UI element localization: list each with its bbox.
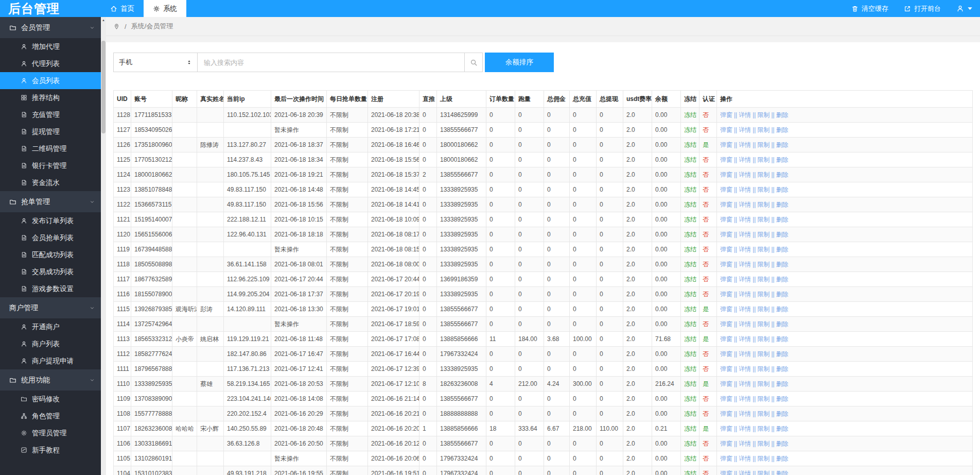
sidebar-item-password-change[interactable]: 密码修改 <box>0 391 101 408</box>
sidebar-item-merchant-list[interactable]: 商户列表 <box>0 335 101 352</box>
op-detail-link[interactable]: 详情 <box>739 291 751 298</box>
freeze-link[interactable]: 冻结 <box>684 276 696 283</box>
freeze-link[interactable]: 冻结 <box>684 261 696 268</box>
freeze-link[interactable]: 冻结 <box>684 335 696 343</box>
freeze-link[interactable]: 冻结 <box>684 186 696 193</box>
op-delete-link[interactable]: 删除 <box>776 350 789 358</box>
op-limit-link[interactable]: 限制 <box>757 261 769 268</box>
op-detail-link[interactable]: 详情 <box>739 171 751 178</box>
op-limit-link[interactable]: 限制 <box>757 246 769 253</box>
op-limit-link[interactable]: 限制 <box>757 320 769 328</box>
op-popup-link[interactable]: 弹窗 <box>720 395 732 402</box>
op-limit-link[interactable]: 限制 <box>757 335 769 343</box>
op-limit-link[interactable]: 限制 <box>757 350 769 358</box>
op-popup-link[interactable]: 弹窗 <box>720 291 732 298</box>
op-popup-link[interactable]: 弹窗 <box>720 365 732 372</box>
op-limit-link[interactable]: 限制 <box>757 306 769 313</box>
sidebar-item-open-merchant[interactable]: 开通商户 <box>0 318 101 335</box>
op-limit-link[interactable]: 限制 <box>757 291 769 298</box>
op-limit-link[interactable]: 限制 <box>757 216 769 223</box>
op-detail-link[interactable]: 详情 <box>739 320 751 328</box>
sidebar-item-qrcode-management[interactable]: 二维码管理 <box>0 140 101 157</box>
freeze-link[interactable]: 冻结 <box>684 231 696 238</box>
op-popup-link[interactable]: 弹窗 <box>720 141 732 148</box>
sidebar-item-member-list[interactable]: 会员列表 <box>0 72 101 89</box>
op-popup-link[interactable]: 弹窗 <box>720 126 732 133</box>
nav-item-system[interactable]: 系统 <box>144 0 186 17</box>
op-detail-link[interactable]: 详情 <box>739 306 751 313</box>
sidebar-item-match-success-list[interactable]: 匹配成功列表 <box>0 246 101 263</box>
op-delete-link[interactable]: 删除 <box>776 111 789 118</box>
freeze-link[interactable]: 冻结 <box>684 291 696 298</box>
freeze-link[interactable]: 冻结 <box>684 306 696 313</box>
op-detail-link[interactable]: 详情 <box>739 126 751 133</box>
op-limit-link[interactable]: 限制 <box>757 425 769 432</box>
sidebar-item-beginner-tutorial[interactable]: 新手教程 <box>0 442 101 459</box>
freeze-link[interactable]: 冻结 <box>684 410 696 417</box>
sidebar-section-common-functions[interactable]: 统用功能 <box>0 369 101 391</box>
nav-item-home[interactable]: 首页 <box>101 0 144 17</box>
freeze-link[interactable]: 冻结 <box>684 156 696 163</box>
freeze-link[interactable]: 冻结 <box>684 395 696 402</box>
op-detail-link[interactable]: 详情 <box>739 425 751 432</box>
balance-sort-button[interactable]: 余额排序 <box>485 53 554 72</box>
op-popup-link[interactable]: 弹窗 <box>720 350 732 358</box>
scrollbar-up-arrow[interactable]: ▲ <box>101 17 106 23</box>
sidebar-item-game-params-settings[interactable]: 游戏参数设置 <box>0 280 101 297</box>
open-frontend-button[interactable]: 打开前台 <box>904 4 941 13</box>
freeze-link[interactable]: 冻结 <box>684 126 696 133</box>
op-limit-link[interactable]: 限制 <box>757 365 769 372</box>
freeze-link[interactable]: 冻结 <box>684 365 696 372</box>
op-delete-link[interactable]: 删除 <box>776 156 789 163</box>
op-popup-link[interactable]: 弹窗 <box>720 156 732 163</box>
op-detail-link[interactable]: 详情 <box>739 455 751 462</box>
sidebar-item-referral-structure[interactable]: 推荐结构 <box>0 89 101 106</box>
freeze-link[interactable]: 冻结 <box>684 380 696 387</box>
op-delete-link[interactable]: 删除 <box>776 261 789 268</box>
op-detail-link[interactable]: 详情 <box>739 156 751 163</box>
op-delete-link[interactable]: 删除 <box>776 246 789 253</box>
freeze-link[interactable]: 冻结 <box>684 320 696 328</box>
op-popup-link[interactable]: 弹窗 <box>720 455 732 462</box>
op-limit-link[interactable]: 限制 <box>757 440 769 447</box>
sidebar-item-merchant-withdraw-request[interactable]: 商户提现申请 <box>0 352 101 369</box>
op-delete-link[interactable]: 删除 <box>776 410 789 417</box>
op-delete-link[interactable]: 删除 <box>776 201 789 208</box>
freeze-link[interactable]: 冻结 <box>684 440 696 447</box>
op-delete-link[interactable]: 删除 <box>776 216 789 223</box>
op-limit-link[interactable]: 限制 <box>757 111 769 118</box>
sidebar-item-agent-list[interactable]: 代理列表 <box>0 55 101 72</box>
op-detail-link[interactable]: 详情 <box>739 141 751 148</box>
op-limit-link[interactable]: 限制 <box>757 171 769 178</box>
op-limit-link[interactable]: 限制 <box>757 141 769 148</box>
op-delete-link[interactable]: 删除 <box>776 320 789 328</box>
sidebar-item-role-management[interactable]: 角色管理 <box>0 408 101 425</box>
op-delete-link[interactable]: 删除 <box>776 425 789 432</box>
sidebar-scrollbar[interactable]: ▲ <box>101 17 106 475</box>
op-limit-link[interactable]: 限制 <box>757 380 769 387</box>
sidebar-item-trade-success-list[interactable]: 交易成功列表 <box>0 263 101 280</box>
op-popup-link[interactable]: 弹窗 <box>720 335 732 343</box>
freeze-link[interactable]: 冻结 <box>684 425 696 432</box>
op-detail-link[interactable]: 详情 <box>739 335 751 343</box>
op-delete-link[interactable]: 删除 <box>776 335 789 343</box>
op-delete-link[interactable]: 删除 <box>776 126 789 133</box>
op-limit-link[interactable]: 限制 <box>757 156 769 163</box>
clear-cache-button[interactable]: 清空缓存 <box>851 4 888 13</box>
freeze-link[interactable]: 冻结 <box>684 201 696 208</box>
op-detail-link[interactable]: 详情 <box>739 201 751 208</box>
freeze-link[interactable]: 冻结 <box>684 216 696 223</box>
scrollbar-thumb[interactable] <box>101 41 106 133</box>
op-popup-link[interactable]: 弹窗 <box>720 171 732 178</box>
user-menu[interactable] <box>956 5 974 12</box>
op-detail-link[interactable]: 详情 <box>739 410 751 417</box>
op-limit-link[interactable]: 限制 <box>757 201 769 208</box>
sidebar-item-withdraw-management[interactable]: 提现管理 <box>0 123 101 140</box>
op-delete-link[interactable]: 删除 <box>776 276 789 283</box>
op-limit-link[interactable]: 限制 <box>757 395 769 402</box>
op-detail-link[interactable]: 详情 <box>739 440 751 447</box>
op-popup-link[interactable]: 弹窗 <box>720 470 732 475</box>
op-popup-link[interactable]: 弹窗 <box>720 246 732 253</box>
op-delete-link[interactable]: 删除 <box>776 380 789 387</box>
op-detail-link[interactable]: 详情 <box>739 470 751 475</box>
